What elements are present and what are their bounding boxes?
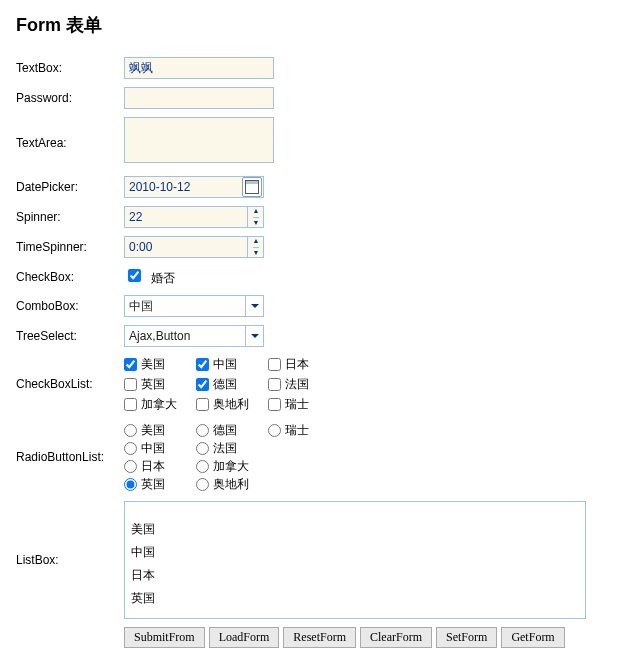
checkboxlist-checkbox[interactable] [124, 378, 137, 391]
radiobuttonlist-label: 日本 [141, 457, 165, 475]
checkboxlist-label: 美国 [141, 355, 165, 373]
checkboxlist-label: 日本 [285, 355, 309, 373]
radiobuttonlist-item[interactable]: 英国 [124, 475, 196, 493]
checkboxlist-checkbox[interactable] [196, 358, 209, 371]
checkboxlist-item[interactable]: 加拿大 [124, 395, 196, 413]
label-checkboxlist: CheckBoxList: [16, 351, 124, 417]
checkboxlist-item[interactable]: 美国 [124, 355, 196, 373]
label-spinner: Spinner: [16, 202, 124, 232]
resetform-button[interactable]: ResetForm [283, 627, 356, 648]
spinner-up-icon[interactable]: ▲ [253, 206, 260, 218]
getform-button[interactable]: GetForm [501, 627, 564, 648]
page-title: Form 表单 [16, 12, 604, 39]
combobox-input[interactable] [124, 295, 264, 317]
label-textbox: TextBox: [16, 53, 124, 83]
label-datepicker: DatePicker: [16, 172, 124, 202]
timespinner-down-icon[interactable]: ▼ [253, 248, 260, 259]
radiobuttonlist-label: 法国 [213, 439, 237, 457]
timespinner-buttons[interactable]: ▲▼ [247, 236, 264, 258]
radiobuttonlist-item[interactable]: 法国 [196, 439, 268, 457]
checkboxlist-item[interactable]: 法国 [268, 375, 340, 393]
radiobuttonlist-radio[interactable] [268, 424, 281, 437]
radiobuttonlist-label: 英国 [141, 475, 165, 493]
clearform-button[interactable]: ClearForm [360, 627, 432, 648]
checkboxlist-item[interactable]: 奥地利 [196, 395, 268, 413]
radiobuttonlist-item[interactable]: 日本 [124, 457, 196, 475]
checkboxlist-checkbox[interactable] [268, 378, 281, 391]
spinner-down-icon[interactable]: ▼ [253, 218, 260, 229]
radiobuttonlist-label: 加拿大 [213, 457, 249, 475]
radiobuttonlist-radio[interactable] [124, 424, 137, 437]
listbox[interactable]: 美国中国日本英国 [124, 501, 586, 619]
radiobuttonlist-label: 中国 [141, 439, 165, 457]
button-row: SubmitFromLoadFormResetFormClearFormSetF… [124, 623, 590, 652]
checkboxlist-checkbox[interactable] [196, 398, 209, 411]
listbox-item[interactable]: 中国 [131, 541, 579, 564]
checkboxlist-item[interactable]: 瑞士 [268, 395, 340, 413]
listbox-item[interactable]: 美国 [131, 518, 579, 541]
textbox-input[interactable] [124, 57, 274, 79]
checkboxlist-checkbox[interactable] [268, 358, 281, 371]
label-textarea: TextArea: [16, 113, 124, 172]
checkboxlist-label: 加拿大 [141, 395, 177, 413]
checkboxlist-item[interactable]: 中国 [196, 355, 268, 373]
label-treeselect: TreeSelect: [16, 321, 124, 351]
radiobuttonlist-radio[interactable] [196, 442, 209, 455]
setform-button[interactable]: SetForm [436, 627, 497, 648]
label-checkbox: CheckBox: [16, 262, 124, 291]
checkboxlist-label: 瑞士 [285, 395, 309, 413]
checkbox-input[interactable] [128, 269, 141, 282]
checkboxlist-checkbox[interactable] [268, 398, 281, 411]
checkboxlist-checkbox[interactable] [196, 378, 209, 391]
radiobuttonlist-item[interactable]: 德国 [196, 421, 268, 439]
radiobuttonlist-item[interactable]: 奥地利 [196, 475, 268, 493]
radiobuttonlist-label: 瑞士 [285, 421, 309, 439]
radiobuttonlist-radio[interactable] [124, 460, 137, 473]
radiobuttonlist-item[interactable]: 加拿大 [196, 457, 268, 475]
checkboxlist-label: 英国 [141, 375, 165, 393]
checkboxlist-item[interactable]: 英国 [124, 375, 196, 393]
checkboxlist-checkbox[interactable] [124, 358, 137, 371]
radiobuttonlist-item[interactable]: 瑞士 [268, 421, 340, 439]
calendar-icon[interactable] [242, 177, 262, 197]
checkboxlist-item[interactable]: 日本 [268, 355, 340, 373]
radiobuttonlist-radio[interactable] [196, 424, 209, 437]
label-password: Password: [16, 83, 124, 113]
checkboxlist-label: 奥地利 [213, 395, 249, 413]
radiobuttonlist-radio[interactable] [124, 442, 137, 455]
checkbox-label: 婚否 [151, 271, 175, 285]
radiobuttonlist-item[interactable]: 中国 [124, 439, 196, 457]
radiobuttonlist-radio[interactable] [196, 460, 209, 473]
label-combobox: ComboBox: [16, 291, 124, 321]
timespinner-input[interactable] [124, 236, 264, 258]
timespinner-up-icon[interactable]: ▲ [253, 236, 260, 248]
radiobuttonlist-label: 奥地利 [213, 475, 249, 493]
password-input[interactable] [124, 87, 274, 109]
checkboxlist-item[interactable]: 德国 [196, 375, 268, 393]
spinner-buttons[interactable]: ▲▼ [247, 206, 264, 228]
checkbox-list: 美国中国日本英国德国法国加拿大奥地利瑞士 [124, 355, 586, 413]
submitfrom-button[interactable]: SubmitFrom [124, 627, 205, 648]
radiobuttonlist-radio[interactable] [124, 478, 137, 491]
radiobuttonlist-radio[interactable] [196, 478, 209, 491]
radio-button-list: 美国德国瑞士中国法国日本加拿大英国奥地利 [124, 421, 586, 493]
label-radiobuttonlist: RadioButtonList: [16, 417, 124, 497]
checkboxlist-checkbox[interactable] [124, 398, 137, 411]
combobox-dropdown-icon[interactable] [245, 295, 264, 317]
textarea-input[interactable] [124, 117, 274, 163]
checkboxlist-label: 德国 [213, 375, 237, 393]
radiobuttonlist-label: 德国 [213, 421, 237, 439]
treeselect-input[interactable] [124, 325, 264, 347]
label-listbox: ListBox: [16, 497, 124, 623]
listbox-item[interactable]: 日本 [131, 564, 579, 587]
spinner-input[interactable] [124, 206, 264, 228]
radiobuttonlist-item[interactable]: 美国 [124, 421, 196, 439]
listbox-item[interactable]: 英国 [131, 587, 579, 610]
form-table: TextBox: Password: TextArea: DatePicker:… [16, 53, 590, 652]
label-timespinner: TimeSpinner: [16, 232, 124, 262]
checkboxlist-label: 法国 [285, 375, 309, 393]
radiobuttonlist-label: 美国 [141, 421, 165, 439]
checkboxlist-label: 中国 [213, 355, 237, 373]
loadform-button[interactable]: LoadForm [209, 627, 280, 648]
treeselect-dropdown-icon[interactable] [245, 325, 264, 347]
